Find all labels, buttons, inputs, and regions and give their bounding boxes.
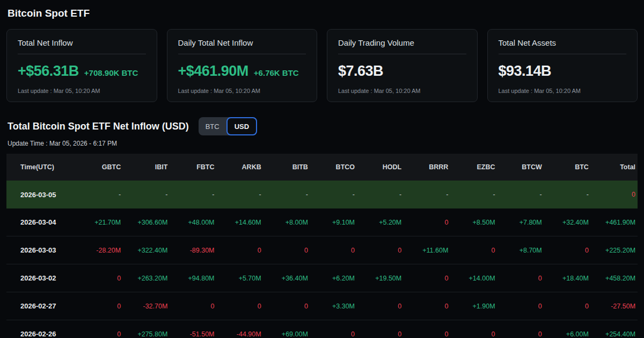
table-cell: BTCO — [310, 163, 357, 171]
table-date-cell: 2026-03-02 — [6, 274, 76, 282]
table-cell: +7.80M — [497, 219, 544, 226]
table-row: 2026-03-020+263.20M+94.80M+5.70M+36.40M+… — [6, 264, 638, 292]
toggle-usd-button[interactable]: USD — [226, 117, 257, 135]
table-cell: ARKB — [217, 163, 264, 171]
toggle-btc-button[interactable]: BTC — [199, 117, 226, 135]
table-cell: 0 — [404, 303, 450, 310]
table-cell: +11.60M — [404, 247, 450, 254]
card-divider — [18, 54, 146, 54]
table-header-row: Time(UTC)GBTCIBITFBTCARKBBITBBTCOHODLBRR… — [6, 154, 638, 181]
table-cell: +225.20M — [591, 247, 638, 254]
card-total-net-assets: Total Net Assets $93.14B Last update : M… — [487, 29, 638, 102]
table-cell: BTCW — [497, 163, 544, 171]
table-cell: +306.60M — [123, 219, 170, 226]
table-cell: +48.00M — [170, 219, 216, 226]
table-cell: +21.70M — [76, 219, 123, 226]
card-daily-trading-volume: Daily Trading Volume $7.63B Last update … — [327, 29, 478, 102]
stat-cards: Total Net Inflow +$56.31B +708.90K BTC L… — [6, 29, 638, 102]
card-title: Total Net Inflow — [18, 38, 146, 47]
table-cell: +94.80M — [170, 275, 216, 282]
table-cell: 0 — [404, 275, 450, 282]
table-cell: 0 — [591, 191, 638, 198]
table-cell: 0 — [450, 330, 497, 338]
table-cell: - — [170, 191, 216, 198]
table-cell: 0 — [170, 303, 216, 310]
table-cell: 0 — [357, 247, 404, 254]
card-last-update: Last update : Mar 05, 10:20 AM — [178, 88, 306, 94]
table-cell: BITB — [264, 163, 310, 171]
table-date-cell: 2026-02-27 — [6, 302, 76, 310]
table-cell: - — [357, 191, 404, 198]
table-cell: +8.70M — [497, 247, 544, 254]
table-cell: -44.90M — [217, 330, 264, 338]
table-cell: - — [264, 191, 310, 198]
table-cell: EZBC — [450, 163, 497, 171]
currency-toggle: BTC USD — [199, 117, 257, 135]
table-cell: BTC — [544, 163, 591, 171]
table-cell: +9.10M — [310, 219, 357, 226]
table-cell: -32.70M — [123, 303, 170, 310]
card-sub-value: +6.76K BTC — [254, 68, 299, 77]
card-last-update: Last update : Mar 05, 10:20 AM — [18, 88, 146, 94]
card-divider — [178, 54, 306, 54]
table-cell: +14.60M — [217, 219, 264, 226]
table-cell: +32.40M — [544, 219, 591, 226]
table-cell: 0 — [357, 303, 404, 310]
table-cell: Total — [591, 163, 638, 171]
card-sub-value: +708.90K BTC — [84, 68, 138, 77]
table-date-cell: Time(UTC) — [6, 163, 76, 171]
card-title: Daily Trading Volume — [338, 38, 466, 47]
table-cell: GBTC — [76, 163, 123, 171]
table-cell: +461.90M — [591, 219, 638, 226]
card-divider — [338, 54, 466, 54]
card-value: +$461.90M — [178, 63, 248, 80]
table-cell: +69.00M — [264, 330, 310, 338]
etf-inflow-table: Time(UTC)GBTCIBITFBTCARKBBITBBTCOHODLBRR… — [6, 154, 638, 338]
table-cell: -51.50M — [170, 330, 216, 338]
table-cell: 0 — [76, 303, 123, 310]
table-cell: +6.20M — [310, 275, 357, 282]
table-cell: -27.50M — [591, 303, 638, 310]
table-cell: +8.50M — [450, 219, 497, 226]
table-cell: +6.00M — [544, 330, 591, 338]
table-cell: +19.50M — [357, 275, 404, 282]
table-row: 2026-02-270-32.70M000+3.30M00+1.90M00-27… — [6, 292, 638, 320]
table-cell: +322.40M — [123, 247, 170, 254]
table-date-cell: 2026-02-26 — [6, 330, 76, 338]
card-value: $93.14B — [499, 63, 552, 80]
table-cell: +14.00M — [450, 275, 497, 282]
table-cell: 0 — [544, 247, 591, 254]
table-cell: +458.20M — [591, 275, 638, 282]
table-cell: - — [497, 191, 544, 198]
table-cell: BRRR — [404, 163, 450, 171]
table-cell: FBTC — [170, 163, 216, 171]
table-cell: +3.30M — [310, 303, 357, 310]
table-cell: - — [123, 191, 170, 198]
table-cell: - — [404, 191, 450, 198]
table-cell: +254.40M — [591, 330, 638, 338]
card-title: Total Net Assets — [499, 38, 627, 47]
card-daily-total-net-inflow: Daily Total Net Inflow +$461.90M +6.76K … — [167, 29, 318, 102]
table-cell: 0 — [264, 247, 310, 254]
card-total-net-inflow: Total Net Inflow +$56.31B +708.90K BTC L… — [6, 29, 157, 102]
section-header: Total Bitcoin Spot ETF Net Inflow (USD) … — [8, 117, 638, 135]
table-cell: +275.80M — [123, 330, 170, 338]
table-cell: - — [217, 191, 264, 198]
table-cell: HODL — [357, 163, 404, 171]
table-cell: - — [544, 191, 591, 198]
card-title: Daily Total Net Inflow — [178, 38, 306, 47]
card-divider — [499, 54, 627, 54]
card-value: $7.63B — [338, 63, 383, 80]
table-cell: - — [76, 191, 123, 198]
bitcoin-spot-etf-page: Bitcoin Spot ETF Total Net Inflow +$56.3… — [0, 0, 644, 338]
table-cell: 0 — [264, 303, 310, 310]
card-last-update: Last update : Mar 05, 10:20 AM — [338, 88, 466, 94]
table-cell: +8.00M — [264, 219, 310, 226]
table-cell: 0 — [357, 330, 404, 338]
table-row: 2026-03-03-28.20M+322.40M-89.30M0000+11.… — [6, 236, 638, 264]
table-cell: 0 — [76, 275, 123, 282]
table-cell: 0 — [544, 303, 591, 310]
table-cell: 0 — [310, 247, 357, 254]
table-date-cell: 2026-03-03 — [6, 246, 76, 254]
table-date-cell: 2026-03-05 — [6, 191, 76, 199]
